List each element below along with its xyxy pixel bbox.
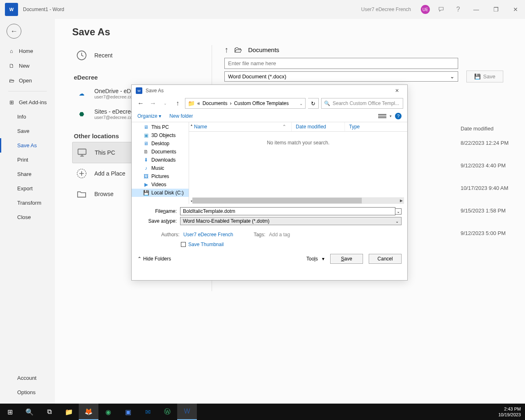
dialog-title: Save As: [146, 88, 164, 94]
tools-menu[interactable]: Tools ▾: [306, 256, 324, 262]
refresh-button[interactable]: ↻: [308, 98, 319, 109]
nav-up-button[interactable]: ↑: [173, 98, 183, 108]
feedback-icon[interactable]: [437, 5, 446, 14]
organize-menu[interactable]: Organize ▾: [137, 113, 161, 119]
webex-button[interactable]: ◉: [98, 404, 118, 420]
dialog-search-input[interactable]: 🔍Search Custom Office Templ...: [321, 98, 403, 109]
filename-label: File name:: [137, 208, 180, 214]
filetype-select[interactable]: Word Document (*.docx)⌄: [224, 71, 458, 82]
nav-account[interactable]: Account: [0, 371, 55, 385]
explorer-button[interactable]: 📁: [59, 404, 79, 420]
col-name[interactable]: Name ⌃: [189, 122, 292, 131]
backstage-sidebar: ← ⌂Home 🗋New 🗁Open ⊞Get Add-ins Info Sav…: [0, 19, 55, 404]
filename-input[interactable]: [224, 58, 458, 69]
tree-localdisk[interactable]: 💾Local Disk (C:): [132, 189, 189, 197]
nav-close[interactable]: Close: [0, 210, 55, 224]
start-button[interactable]: ⊞: [0, 404, 20, 420]
breadcrumb-item[interactable]: Custom Office Templates: [234, 100, 289, 106]
user-avatar[interactable]: UE: [421, 5, 430, 14]
hide-folders-button[interactable]: ⌃ Hide Folders: [137, 256, 171, 262]
col-type[interactable]: Type: [345, 122, 386, 131]
nav-label: Save As: [17, 142, 37, 148]
downloads-icon: ⬇: [143, 157, 149, 163]
tags-value[interactable]: Add a tag: [269, 232, 290, 237]
nav-options[interactable]: Options: [0, 385, 55, 399]
nav-share[interactable]: Share: [0, 167, 55, 181]
breadcrumb-dropdown-icon[interactable]: ⌄: [299, 101, 303, 106]
date-modified-header[interactable]: Date modified: [461, 126, 509, 132]
search-placeholder: Search Custom Office Templ...: [333, 100, 399, 106]
dialog-filename-input[interactable]: [180, 207, 395, 215]
powershell-button[interactable]: ▣: [118, 404, 138, 420]
3d-icon: ▣: [143, 132, 149, 138]
location-recent[interactable]: Recent: [72, 45, 195, 66]
file-date: 10/17/2023 9:40 AM: [461, 185, 509, 191]
nav-history-dropdown[interactable]: ⌄: [160, 98, 170, 108]
tree-label: Documents: [151, 149, 176, 155]
task-view-button[interactable]: ⧉: [39, 404, 59, 420]
view-dropdown-icon[interactable]: ▾: [390, 114, 392, 118]
documents-icon: 🗎: [143, 149, 149, 155]
back-button[interactable]: ←: [7, 24, 21, 39]
pictures-icon: 🖼: [143, 173, 149, 179]
dialog-help-button[interactable]: ?: [395, 113, 402, 119]
view-options-button[interactable]: [378, 113, 386, 119]
nav-print[interactable]: Print: [0, 153, 55, 167]
word-taskbar-button[interactable]: W: [177, 404, 197, 420]
save-thumbnail-checkbox[interactable]: [181, 242, 186, 247]
svg-rect-1: [78, 149, 86, 154]
save-button-main[interactable]: 💾Save: [466, 71, 503, 82]
new-folder-button[interactable]: New folder: [169, 113, 193, 119]
up-arrow-icon[interactable]: ↑: [224, 45, 228, 55]
app-button[interactable]: Ⓦ: [158, 404, 177, 420]
location-label: Add a Place: [94, 170, 126, 177]
document-title: Document1 - Word: [23, 7, 64, 12]
nav-addins[interactable]: ⊞Get Add-ins: [0, 95, 55, 110]
nav-label: New: [19, 63, 30, 69]
maximize-button[interactable]: ❐: [490, 3, 502, 16]
search-button[interactable]: 🔍: [20, 404, 39, 420]
tree-3dobjects[interactable]: ▣3D Objects: [132, 131, 189, 139]
savetype-select[interactable]: Word Macro-Enabled Template (*.dotm)⌄: [180, 217, 402, 225]
horizontal-scrollbar[interactable]: ◀▶: [192, 197, 404, 204]
nav-save[interactable]: Save: [0, 124, 55, 138]
address-bar[interactable]: 📁 « Documents› Custom Office Templates ⌄: [185, 98, 306, 109]
minimize-button[interactable]: —: [470, 3, 482, 16]
authors-value[interactable]: User7 eDecree French: [183, 232, 233, 237]
tree-desktop[interactable]: 🖥Desktop: [132, 139, 189, 148]
nav-open[interactable]: 🗁Open: [0, 73, 55, 88]
folder-icon[interactable]: 🗁: [234, 45, 242, 55]
new-icon: 🗋: [8, 62, 15, 69]
col-date[interactable]: Date modified: [292, 122, 345, 131]
nav-info[interactable]: Info: [0, 110, 55, 124]
file-date: 8/22/2023 12:24 PM: [461, 140, 509, 146]
nav-saveas[interactable]: Save As: [0, 138, 55, 153]
nav-export[interactable]: Export: [0, 181, 55, 196]
window-title-bar: W Document1 - Word User7 eDecree French …: [0, 0, 525, 19]
tree-videos[interactable]: ▶Videos: [132, 180, 189, 189]
dialog-cancel-button[interactable]: Cancel: [369, 254, 402, 264]
save-thumbnail-label[interactable]: Save Thumbnail: [188, 242, 224, 247]
close-window-button[interactable]: ✕: [509, 3, 522, 16]
tree-thispc[interactable]: 🖥This PC: [132, 123, 189, 131]
nav-home[interactable]: ⌂Home: [0, 43, 55, 58]
help-icon[interactable]: ?: [454, 5, 463, 14]
outlook-button[interactable]: ✉: [138, 404, 158, 420]
tree-music[interactable]: ♪Music: [132, 164, 189, 172]
filename-dropdown-icon[interactable]: ⌄: [395, 208, 402, 215]
tree-pictures[interactable]: 🖼Pictures: [132, 172, 189, 180]
nav-transform[interactable]: Transform: [0, 196, 55, 210]
system-clock[interactable]: 2:43 PM 10/19/2023: [494, 405, 525, 419]
tree-label: Music: [151, 165, 164, 171]
breadcrumb-label[interactable]: Documents: [248, 46, 279, 53]
dialog-close-button[interactable]: ✕: [391, 88, 403, 94]
nav-back-button[interactable]: ←: [136, 98, 146, 108]
location-label: Recent: [94, 52, 112, 59]
tree-downloads[interactable]: ⬇Downloads: [132, 156, 189, 164]
dialog-save-button[interactable]: Save: [330, 254, 363, 264]
nav-new[interactable]: 🗋New: [0, 58, 55, 73]
breadcrumb-item[interactable]: Documents: [203, 100, 228, 106]
nav-forward-button[interactable]: →: [148, 98, 158, 108]
tree-documents[interactable]: 🗎Documents: [132, 148, 189, 156]
firefox-button[interactable]: 🦊: [79, 404, 98, 420]
